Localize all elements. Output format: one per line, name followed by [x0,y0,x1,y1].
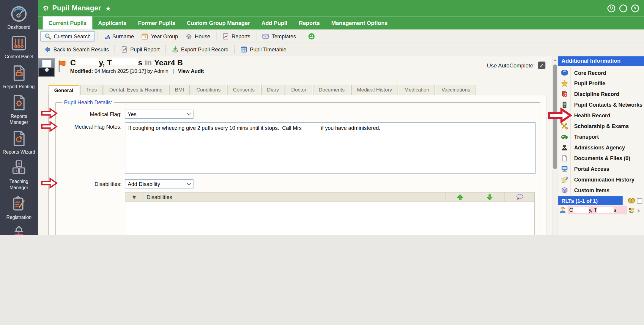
pupil-report-button[interactable]: Pupil Report [117,45,163,54]
nav-tab-custom-group-manager[interactable]: Custom Group Manager [181,16,256,29]
comment-delete-icon [516,194,523,200]
scroll-up-arrow[interactable]: ▲ [552,58,558,62]
reports-manager-icon [10,93,29,112]
sidebar-item-teaching-manager[interactable]: Λ B C Teaching Manager [0,159,38,190]
panel-item-custom-items[interactable]: Custom Items [558,185,644,195]
surname-search-button[interactable]: a A Surname [99,31,138,41]
toolbar-button-label: Back to Search Results [53,46,109,53]
nav-tab-management-options[interactable]: Management Options [325,16,393,29]
refresh-search-button[interactable] [304,31,319,41]
registration-clipboard-icon [10,194,29,213]
svg-text:B: B [14,169,17,173]
tab-trips[interactable]: Trips [80,85,103,95]
rlt-pupil-name: Cy, Ts [568,206,627,214]
remove-comment-column[interactable] [505,193,534,201]
favourite-star-icon[interactable]: ★ [105,4,111,12]
medical-flag-notes-label: Medical Flag Notes: [60,124,122,130]
nav-tab-reports[interactable]: Reports [293,16,325,29]
pupil-profile-star-icon [558,80,570,87]
toolbar-button-label: Export Pupil Record [181,46,229,53]
house-search-button[interactable]: House [182,31,214,41]
pupil-timetable-button[interactable]: Pupil Timetable [237,45,290,54]
rlts-checkbox[interactable] [637,198,642,203]
selected-value: Add Disability [128,181,160,187]
module-gear-icon[interactable]: ⚙ [43,4,49,12]
additional-information-header: Additional Information [558,56,644,66]
minimize-button[interactable]: − [619,4,627,12]
year-group-search-button[interactable]: 12 Year Group [138,31,182,41]
sidebar-item-reports-manager[interactable]: Reports Manager [0,93,38,125]
rlt-pupil-row[interactable]: Cy, Ts ▲ [558,205,644,215]
toolbar-button-label: Templates [272,33,296,39]
panel-item-health-record[interactable]: Health Record [558,110,644,121]
tab-medication[interactable]: Medication [399,85,435,95]
move-down-column[interactable] [475,193,505,201]
sidebar-item-report-printing[interactable]: Report Printing [0,64,38,90]
pupil-photo[interactable] [38,58,55,77]
rlt-scroll-up-arrow[interactable]: ▲ [637,208,641,212]
core-record-icon [558,69,570,76]
nav-tab-applicants[interactable]: Applicants [92,16,132,29]
templates-button[interactable]: Templates [259,31,300,41]
panel-item-discipline-record[interactable]: Discipline Record [558,89,644,100]
sidebar-item-school-manager[interactable]: School Manager [0,224,38,235]
view-audit-link[interactable]: View Audit [178,68,204,74]
sidebar-item-label: Reports Manager [1,113,37,125]
move-up-column[interactable] [445,193,475,201]
panel-item-communication-history[interactable]: Communication History [558,174,644,185]
panel-item-core-record[interactable]: Core Record [558,67,644,78]
sidebar-item-control-panel[interactable]: Control Panel [0,34,38,60]
tab-doctor[interactable]: Doctor [286,85,312,95]
export-pupil-record-button[interactable]: Export Pupil Record [168,45,232,54]
sidebar-item-dashboard[interactable]: Dashboard [0,4,38,30]
svg-text:C: C [21,169,23,173]
rlt-list-area: ▼ [558,215,644,235]
tab-medical-history[interactable]: Medical History [351,85,398,95]
attention-arrow-icon [41,177,57,190]
app-window: Dashboard Control Panel Repo [0,0,644,235]
nav-tab-current-pupils[interactable]: Current Pupils [43,16,92,29]
module-sidebar: Dashboard Control Panel Repo [0,0,38,235]
panel-item-admissions-agency[interactable]: Admissions Agency [558,142,644,153]
refresh-window-button[interactable]: ↻ [607,4,615,12]
toolbar-separator [115,45,115,54]
tab-bmi[interactable]: BMI [169,85,190,95]
back-to-search-results-button[interactable]: Back to Search Results [40,45,112,54]
content-scrollbar[interactable]: ▲ ▼ [552,56,558,235]
timetable-grid-icon [240,46,247,53]
reports-toolbar-button[interactable]: Reports [218,31,254,41]
nav-tab-add-pupil[interactable]: Add Pupil [256,16,293,29]
name-part: s [138,58,142,67]
report-document-icon [222,33,229,40]
nav-tab-former-pupils[interactable]: Former Pupils [132,16,181,29]
close-button[interactable]: × [631,4,639,12]
name-redaction [573,207,589,213]
tab-conditions[interactable]: Conditions [190,85,226,95]
custom-search-button[interactable]: Custom Search [40,31,95,41]
medical-flag-select[interactable]: Yes [125,110,193,119]
panel-item-transport[interactable]: Transport [558,131,644,142]
group-icon[interactable] [628,207,635,213]
attention-arrow-icon [41,121,57,134]
sidebar-item-registration[interactable]: Registration [0,194,38,220]
medical-flag-notes-textarea[interactable]: If coughing or wheezing give 2 puffs eve… [125,122,536,174]
general-tab-panel: Pupil Health Details: Medical Flag: Yes [48,95,547,235]
panel-item-label: Transport [574,134,599,140]
section-legend: Pupil Health Details: [62,99,114,105]
tab-general[interactable]: General [48,85,79,95]
panel-item-documents-files[interactable]: Documents & Files (0) [558,153,644,163]
tab-vaccinations[interactable]: Vaccinations [436,85,476,95]
autocomplete-checkbox[interactable]: ✓ [538,61,545,69]
panel-item-portal-access[interactable]: Portal Access [558,163,644,174]
sidebar-item-reports-wizard[interactable]: Reports Wizard [0,129,38,155]
add-disability-select[interactable]: Add Disability [125,179,193,188]
panel-item-pupil-profile[interactable]: Pupil Profile [558,78,644,89]
toolbar-button-label: House [195,33,210,39]
tab-dental-eyes-hearing[interactable]: Dental, Eyes & Hearing [103,85,168,95]
column-header-disabilities: Disabilities [143,193,445,201]
tab-documents[interactable]: Documents [313,85,350,95]
tab-diary[interactable]: Diary [261,85,285,95]
tab-consents[interactable]: Consents [227,85,260,95]
binoculars-icon[interactable] [628,198,635,203]
rlts-header: RLTs (1-1 of 1) [558,196,644,205]
